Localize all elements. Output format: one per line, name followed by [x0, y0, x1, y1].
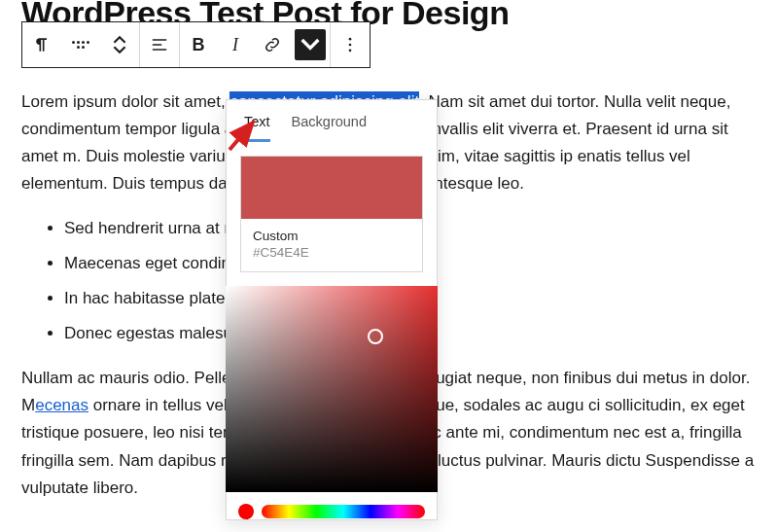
- color-swatch: [241, 157, 422, 219]
- custom-label: Custom: [253, 229, 410, 243]
- text-run: Nullam ac mauris odio. Pelle: [21, 369, 230, 387]
- more-rich-text-dropdown[interactable]: [295, 29, 326, 60]
- saturation-handle[interactable]: [368, 329, 383, 344]
- paragraph-block-icon[interactable]: [22, 22, 61, 67]
- text-run: Lorem ipsum dolor sit amet,: [21, 92, 230, 111]
- tab-background[interactable]: Background: [292, 114, 367, 142]
- hue-slider[interactable]: [262, 505, 425, 518]
- text-run: entesque leo.: [425, 174, 524, 193]
- custom-color-preview[interactable]: Custom #C54E4E: [240, 156, 423, 272]
- drag-handle-icon[interactable]: [61, 22, 100, 67]
- hue-current-swatch: [238, 504, 254, 519]
- svg-point-0: [349, 38, 352, 41]
- color-tabs: Text Background: [227, 100, 437, 142]
- options-menu-icon[interactable]: [331, 22, 370, 67]
- hex-value: #C54E4E: [253, 245, 410, 260]
- align-icon[interactable]: [140, 22, 179, 67]
- inline-link[interactable]: ecenas: [35, 396, 88, 414]
- link-icon[interactable]: [254, 22, 291, 67]
- block-toolbar: B I: [21, 21, 371, 68]
- text-color-popover: Text Background Custom #C54E4E: [226, 99, 438, 520]
- bold-button[interactable]: B: [180, 22, 217, 67]
- move-up-down-icon[interactable]: [100, 22, 139, 67]
- italic-button[interactable]: I: [217, 22, 254, 67]
- saturation-picker[interactable]: [226, 286, 438, 492]
- tab-text[interactable]: Text: [244, 114, 270, 142]
- svg-point-2: [349, 50, 352, 53]
- svg-point-1: [349, 44, 352, 47]
